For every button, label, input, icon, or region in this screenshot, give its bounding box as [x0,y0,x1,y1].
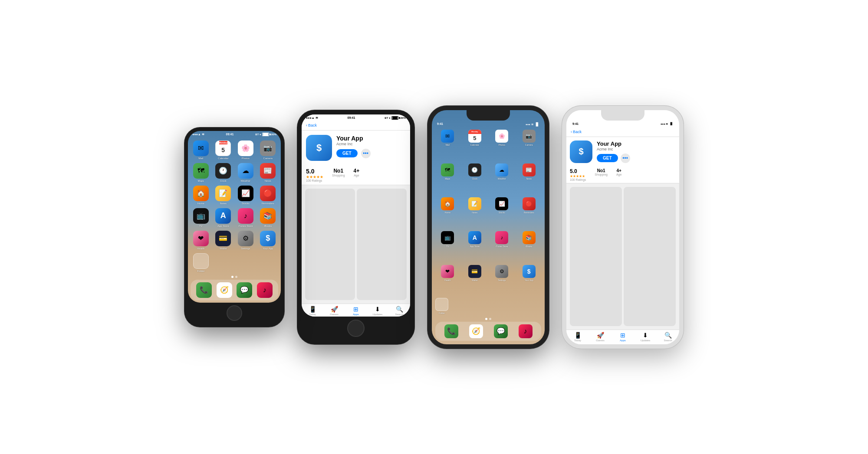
p4-get-button[interactable]: GET [597,154,618,162]
app-health[interactable]: ❤ Health [191,231,210,250]
app-tv[interactable]: 📺 TV [191,208,210,227]
status-battery: BT ● 100% [255,133,276,136]
p3-dock-phone-icon: 📞 [444,324,458,338]
p4-back-button[interactable]: ‹ Back [571,130,582,134]
tab-search[interactable]: 🔍 Search [388,306,410,316]
p4-nav: ‹ Back [566,127,679,137]
p4-app-info: Your App Acme Inc GET ••• [597,140,676,163]
app-appstore[interactable]: A App Store [214,208,233,227]
weather-icon: ☁ [238,163,253,179]
app-calendar[interactable]: Monday 5 Calendar [214,140,233,160]
p3-health[interactable]: ❤ Health [435,265,460,296]
dock-safari[interactable]: 🧭 [217,282,232,298]
p3-dock-phone[interactable]: 📞 [444,324,458,338]
dock-phone[interactable]: 📞 [196,282,212,298]
tab-apps[interactable]: ⊞ Apps [345,306,367,316]
dock-music-icon: ♪ [257,282,273,298]
p3-reminders[interactable]: 🔴 Reminders [517,197,542,229]
app-clock[interactable]: 🕐 Clock [214,163,233,182]
status-bar-phone2: ●●●▲ ≋ 09:41 BT ● 100% [302,114,410,121]
app-yourapp[interactable]: $ Your App [259,231,278,250]
p3-yourapp[interactable]: $ Your App [517,265,542,296]
get-button[interactable]: GET [336,149,358,157]
p3-news[interactable]: 📰 News [517,163,542,195]
app-itunes[interactable]: ♪ iTunes Store [236,208,255,227]
p3-clock-label: Clock [472,177,477,180]
p3-home[interactable]: 🏠 Home [435,197,460,229]
p4-tab-apps[interactable]: ⊞ Apps [612,332,634,342]
status-signal: ●●●▲ ≋ [192,133,204,136]
p3-clock[interactable]: 🕐 Clock [463,163,487,195]
p3-settings[interactable]: ⚙ Settings [490,265,514,296]
p4-age-number: 4+ [616,168,621,173]
home-button[interactable] [227,305,242,321]
p3-dock-music[interactable]: ♪ [519,324,533,338]
p4-tab-today-icon: 📱 [574,332,582,339]
p4-tab-updates[interactable]: ⬇ Updates [634,332,657,342]
app-grid-phone1: ✉ Mail Monday 5 Calendar 🌸 Photos 📷 Came… [188,137,281,253]
p3-appstore[interactable]: A App Store [463,231,487,262]
dock-music[interactable]: ♪ [257,282,273,298]
app-news[interactable]: 📰 News [259,163,278,182]
app-mail[interactable]: ✉ Mail [191,140,210,160]
iphonex2-screen: 9:41 ●●● ≋ ▐▌ ‹ Back $ Your App Acme Inc… [566,110,679,344]
tab-updates[interactable]: ⬇ Updates [367,306,388,316]
app-notes[interactable]: 📝 Notes [214,186,233,205]
app-home[interactable]: 🏠 Home [191,186,210,205]
app-maps[interactable]: 🗺 Maps [191,163,210,182]
app-folder[interactable]: Folder [193,253,209,272]
p4-more-button[interactable]: ••• [621,154,630,163]
app-ibooks[interactable]: 📚 iBooks [259,208,278,227]
p4-tab-games[interactable]: 🚀 Games [589,332,612,342]
mail-icon: ✉ [193,140,209,156]
p3-folder[interactable]: Folder [435,298,448,314]
p3-dock-safari[interactable]: 🧭 [469,324,483,338]
p3-news-icon: 📰 [523,163,536,176]
p3-wallet[interactable]: 💳 Wallet [463,265,487,296]
dock-safari-icon: 🧭 [217,282,232,298]
app-reminders[interactable]: 🔴 Reminders [259,186,278,205]
p3-maps[interactable]: 🗺 Maps [435,163,460,195]
p3-notes[interactable]: 📝 Notes [463,197,487,229]
app-stocks[interactable]: 📈 Stocks [236,186,255,205]
tab-apps-icon: ⊞ [353,306,358,313]
p3-tv-label: TV [446,245,449,248]
app-weather[interactable]: ☁ Weather [236,163,255,182]
p3-camera[interactable]: 📷 Camera [517,130,542,161]
back-button[interactable]: ‹ Back [306,123,317,127]
tab-games[interactable]: 🚀 Games [323,306,345,316]
p3-mail[interactable]: ✉ Mail [435,130,460,161]
p2-battery-fill [392,117,398,119]
p3-status-icons: ●●● ≋ ▐▌ [526,122,539,126]
p3-weather[interactable]: ☁ Weather [490,163,514,195]
tab-today[interactable]: 📱 Today [302,306,323,316]
p3-ibooks[interactable]: 📚 iBooks [517,231,542,262]
p3-tv[interactable]: 📺 TV [435,231,460,262]
app-photos[interactable]: 🌸 Photos [236,140,255,160]
weather-label: Weather [240,180,250,182]
p4-tab-search[interactable]: 🔍 Search [657,332,679,342]
app-settings[interactable]: ⚙ Settings [236,231,255,250]
p3-itunes-label: iTunes Store [496,245,508,248]
app-camera[interactable]: 📷 Camera [259,140,278,160]
p3-stocks[interactable]: 📈 Stocks [490,197,514,229]
p3-health-icon: ❤ [441,265,454,278]
news-label: News [265,180,271,182]
p3-calendar[interactable]: Monday 5 Calendar [463,130,487,161]
p4-tab-today[interactable]: 📱 Today [566,332,589,342]
p4-status-icons: ●●● ≋ ▐▌ [661,122,673,125]
p3-dock-messages[interactable]: 💬 [494,324,508,338]
more-button[interactable]: ••• [361,149,371,158]
appstore-label: App Store [217,225,229,227]
p3-photos[interactable]: 🌸 Photos [490,130,514,161]
p3-health-label: Health [444,279,450,281]
p3-stocks-label: Stocks [499,211,505,214]
app-wallet[interactable]: 💳 Wallet [214,231,233,250]
cal-header: Monday [219,141,227,144]
p3-itunes[interactable]: ♪ iTunes Store [490,231,514,262]
p3-folder-label: Folder [439,312,445,314]
home-button-p2[interactable] [347,320,365,337]
p3-mail-label: Mail [446,144,450,146]
dock-messages[interactable]: 💬 [237,282,252,298]
p3-dock-music-icon: ♪ [519,324,533,338]
